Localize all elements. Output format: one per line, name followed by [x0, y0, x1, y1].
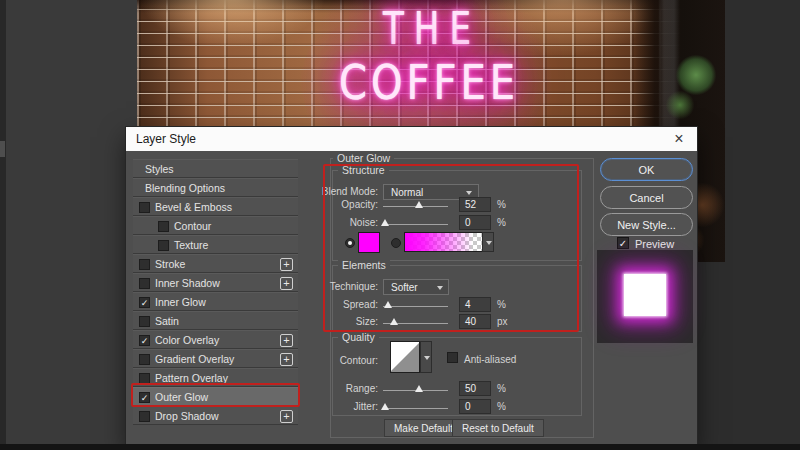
- contour-row: Contour: ✓ Anti-aliased: [312, 341, 592, 375]
- sidebar-item-stroke[interactable]: ✓Stroke+: [133, 254, 298, 273]
- glow-color-swatch[interactable]: [358, 232, 380, 253]
- blend-mode-label: Blend Mode:: [312, 186, 378, 197]
- sidebar-item-label: Inner Shadow: [155, 277, 220, 289]
- size-slider-thumb[interactable]: [390, 318, 398, 325]
- range-label: Range:: [312, 383, 378, 394]
- sidebar-item-outer-glow[interactable]: ✓Outer Glow: [133, 387, 298, 406]
- checkbox-icon[interactable]: ✓: [139, 411, 150, 422]
- spread-unit: %: [497, 299, 506, 310]
- dialog-titlebar[interactable]: Layer Style ×: [126, 127, 697, 151]
- opacity-unit: %: [497, 199, 506, 210]
- dialog-title: Layer Style: [136, 132, 196, 146]
- anti-aliased-checkbox[interactable]: ✓: [447, 352, 458, 363]
- new-style-button[interactable]: New Style...: [600, 213, 693, 236]
- sidebar-item-gradient-overlay[interactable]: ✓Gradient Overlay+: [133, 349, 298, 368]
- checkbox-icon[interactable]: ✓: [139, 354, 150, 365]
- toolbar-edge: [0, 0, 6, 450]
- checkbox-icon[interactable]: ✓: [158, 240, 169, 251]
- plus-icon[interactable]: +: [280, 277, 293, 290]
- sidebar-item-bevel-emboss[interactable]: ✓Bevel & Emboss: [133, 197, 298, 216]
- sidebar-item-label: Blending Options: [145, 182, 225, 194]
- sidebar-item-label: Texture: [174, 239, 208, 251]
- noise-label: Noise:: [312, 217, 378, 228]
- preview-checkbox-checked[interactable]: ✓: [617, 237, 629, 249]
- sidebar-item-satin[interactable]: ✓Satin: [133, 311, 298, 330]
- sidebar-item-inner-shadow[interactable]: ✓Inner Shadow+: [133, 273, 298, 292]
- checkbox-checked-icon[interactable]: ✓: [139, 335, 150, 346]
- jitter-unit: %: [497, 401, 506, 412]
- opacity-row: Opacity: 52 %: [312, 197, 592, 215]
- preview-label: Preview: [635, 238, 674, 250]
- plus-icon[interactable]: +: [280, 410, 293, 423]
- sidebar-item-label: Outer Glow: [155, 391, 208, 403]
- sidebar-item-contour[interactable]: ✓Contour: [133, 216, 298, 235]
- checkbox-icon[interactable]: ✓: [139, 202, 150, 213]
- contour-thumbnail[interactable]: [390, 341, 420, 373]
- contour-dropdown[interactable]: [420, 341, 432, 373]
- glow-color-row: [312, 232, 592, 256]
- noise-unit: %: [497, 217, 506, 228]
- sidebar-item-texture[interactable]: ✓Texture: [133, 235, 298, 254]
- jitter-slider-thumb[interactable]: [381, 403, 389, 410]
- noise-row: Noise: 0 %: [312, 215, 592, 233]
- technique-row: Technique: Softer: [312, 279, 592, 297]
- gradient-radio[interactable]: [391, 238, 401, 248]
- neon-sign: THE COFFEE: [262, 2, 592, 101]
- size-label: Size:: [312, 316, 378, 327]
- noise-field[interactable]: 0: [459, 215, 491, 230]
- status-bar-edge: [0, 444, 800, 450]
- sidebar-item-label: Inner Glow: [155, 296, 206, 308]
- sidebar-item-color-overlay[interactable]: ✓Color Overlay+: [133, 330, 298, 349]
- checkbox-checked-icon[interactable]: ✓: [139, 392, 150, 403]
- sidebar-item-label: Color Overlay: [155, 334, 219, 346]
- sidebar-item-drop-shadow[interactable]: ✓Drop Shadow+: [133, 406, 298, 425]
- photoshop-workspace: THE COFFEE Layer Style × Styles Blending…: [0, 0, 800, 450]
- layer-style-dialog: Layer Style × Styles Blending Options ✓B…: [126, 127, 697, 445]
- technique-label: Technique:: [312, 281, 378, 292]
- spread-slider-thumb[interactable]: [384, 301, 392, 308]
- checkbox-icon[interactable]: ✓: [139, 278, 150, 289]
- range-unit: %: [497, 383, 506, 394]
- jitter-field[interactable]: 0: [459, 399, 491, 414]
- gradient-bar[interactable]: [404, 232, 483, 252]
- reset-to-default-button[interactable]: Reset to Default: [452, 419, 544, 437]
- sidebar-item-label: Drop Shadow: [155, 410, 219, 422]
- close-icon[interactable]: ×: [669, 129, 689, 149]
- checkbox-checked-icon[interactable]: ✓: [139, 297, 150, 308]
- checkbox-icon[interactable]: ✓: [158, 221, 169, 232]
- noise-slider-track[interactable]: [383, 224, 448, 225]
- color-radio-selected[interactable]: [345, 238, 355, 248]
- jitter-label: Jitter:: [312, 401, 378, 412]
- cancel-button[interactable]: Cancel: [600, 186, 693, 209]
- range-slider-thumb[interactable]: [415, 385, 423, 392]
- spread-field[interactable]: 4: [459, 297, 491, 312]
- jitter-slider-track[interactable]: [383, 408, 448, 409]
- sidebar-item-inner-glow[interactable]: ✓Inner Glow: [133, 292, 298, 311]
- sidebar-item-pattern-overlay[interactable]: ✓Pattern Overlay: [133, 368, 298, 387]
- size-unit: px: [497, 316, 508, 327]
- opacity-slider-thumb[interactable]: [415, 201, 423, 208]
- plus-icon[interactable]: +: [280, 258, 293, 271]
- chevron-down-icon: [466, 191, 472, 195]
- plus-icon[interactable]: +: [280, 353, 293, 366]
- sidebar-item-blending-options[interactable]: Blending Options: [133, 178, 298, 197]
- sidebar-item-label: Styles: [145, 163, 174, 175]
- ok-button[interactable]: OK: [600, 158, 693, 181]
- checkbox-icon[interactable]: ✓: [139, 316, 150, 327]
- size-row: Size: 40 px: [312, 314, 592, 332]
- size-field[interactable]: 40: [459, 314, 491, 329]
- style-preview-thumbnail: [597, 250, 693, 343]
- technique-dropdown[interactable]: Softer: [383, 279, 449, 295]
- gradient-dropdown[interactable]: [482, 232, 494, 252]
- noise-slider-thumb[interactable]: [381, 219, 389, 226]
- plus-icon[interactable]: +: [280, 334, 293, 347]
- preview-glow-square: [624, 274, 666, 316]
- elements-group-label: Elements: [338, 259, 390, 271]
- sidebar-item-label: Pattern Overlay: [155, 372, 228, 384]
- spread-slider-track[interactable]: [383, 306, 448, 307]
- checkbox-icon[interactable]: ✓: [139, 373, 150, 384]
- checkbox-icon[interactable]: ✓: [139, 259, 150, 270]
- sidebar-item-styles[interactable]: Styles: [133, 159, 298, 178]
- range-field[interactable]: 50: [459, 381, 491, 396]
- opacity-field[interactable]: 52: [459, 197, 491, 212]
